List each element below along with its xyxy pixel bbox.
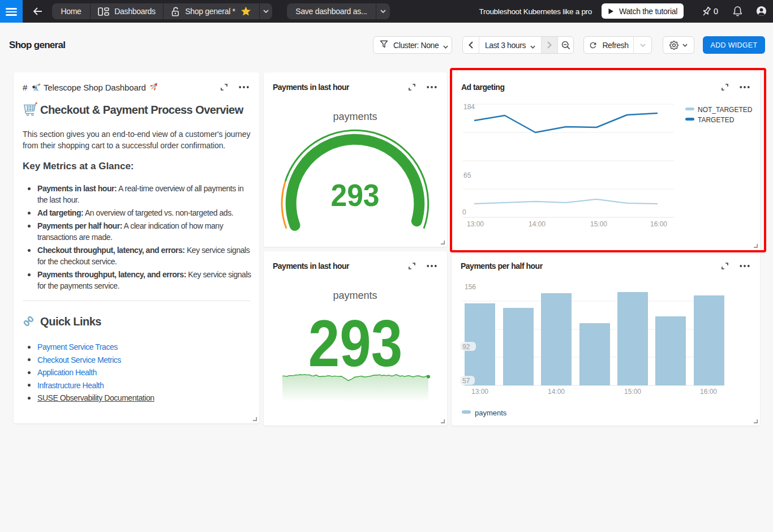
svg-text:14:00: 14:00 bbox=[548, 388, 565, 396]
svg-text:293: 293 bbox=[308, 307, 402, 380]
svg-text:57: 57 bbox=[462, 377, 470, 385]
svg-text:payments: payments bbox=[475, 409, 507, 417]
svg-text:16:00: 16:00 bbox=[700, 388, 717, 396]
svg-text:156: 156 bbox=[465, 283, 476, 291]
svg-text:293: 293 bbox=[330, 178, 379, 213]
svg-text:payments: payments bbox=[333, 290, 377, 301]
svg-text:13:00: 13:00 bbox=[471, 388, 488, 396]
svg-text:payments: payments bbox=[333, 111, 377, 122]
svg-text:15:00: 15:00 bbox=[624, 388, 641, 396]
svg-text:92: 92 bbox=[462, 343, 470, 351]
